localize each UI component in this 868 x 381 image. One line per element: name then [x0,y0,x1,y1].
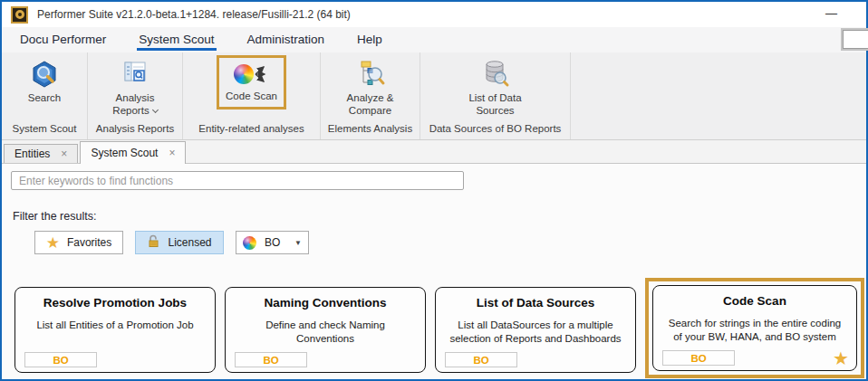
card-title: Code Scan [653,294,856,308]
minimize-icon[interactable]: — [825,6,857,24]
favorite-star-icon[interactable]: ★ [833,348,849,369]
ribbon-button-label: Code Scan [226,90,277,102]
close-icon[interactable]: × [169,147,175,159]
tab-label: Entities [14,148,50,160]
menu-item-system-scout[interactable]: System Scout [137,30,216,51]
close-icon[interactable]: × [61,148,67,160]
card-naming-conventions[interactable]: Naming Conventions Define and check Nami… [225,287,426,373]
report-magnifier-icon [120,59,150,90]
app-logo-icon [11,6,28,24]
ribbon-group-label: Entity-related analyses [183,118,320,139]
filter-results-label: Filter the results: [13,210,866,223]
scope-dropdown[interactable]: BO ▼ [236,231,309,254]
tab-entities[interactable]: Entities × [4,144,78,163]
card-description: List all Entities of a Promotion Job [27,319,203,332]
keyword-search-input[interactable] [11,171,464,190]
favorites-filter-button[interactable]: ★ Favorites [34,231,123,254]
system-scout-page: Filter the results: ★ Favorites Licensed [2,164,866,379]
card-code-scan[interactable]: Code Scan Search for strings in the enti… [652,285,857,371]
ribbon-button-label: Analysis Reports [96,91,174,118]
card-title: Resolve Promotion Jobs [15,296,215,310]
favorites-label: Favorites [67,236,111,249]
card-list-of-data-sources[interactable]: List of Data Sources List all DataSource… [435,287,636,373]
tab-system-scout[interactable]: System Scout × [80,141,186,164]
ribbon-group-data-sources: List of Data Sources Data Sources of BO … [420,52,571,139]
system-badge: BO [662,350,735,366]
ribbon-button-label: Search [28,91,61,104]
bo-sphere-icon [243,236,256,250]
ribbon-filler [571,52,866,139]
ribbon-button-label: Analyze & Compare [332,91,410,118]
card-title: List of Data Sources [436,296,635,310]
search-button[interactable]: Search [28,52,61,104]
function-cards-row: Resolve Promotion Jobs List all Entities… [2,278,866,378]
ribbon: Search System Scout [2,52,866,140]
ribbon-group-label: Elements Analysis [321,118,420,139]
card-description: Define and check Naming Conventions [237,319,413,346]
scope-dropdown-value: BO [265,236,280,249]
ribbon-group-label: Analysis Reports [88,118,182,139]
system-badge: BO [24,352,97,367]
analyze-compare-button[interactable]: Analyze & Compare [332,52,410,118]
ribbon-group-elements-analysis: Analyze & Compare Elements Analysis [321,52,420,139]
ribbon-group-label: Data Sources of BO Reports [420,118,570,139]
ribbon-button-label: List of Data Sources [457,91,535,118]
ribbon-group-analysis-reports: Analysis Reports Analysis Reports [88,52,183,139]
tree-magnifier-icon [355,59,386,90]
menu-item-administration[interactable]: Administration [246,30,327,51]
tab-label: System Scout [91,147,158,159]
document-tab-bar: Entities × System Scout × [2,140,866,164]
card-description: Search for strings in the entire coding … [665,317,844,344]
card-title: Naming Conventions [226,296,425,310]
analysis-reports-button[interactable]: Analysis Reports [96,52,174,118]
licensed-label: Licensed [168,236,211,249]
highlight-annotation: Code Scan Search for strings in the enti… [645,278,864,378]
quick-search-box[interactable] [843,30,868,49]
ribbon-group-label: System Scout [2,118,87,139]
menu-item-docu-performer[interactable]: Docu Performer [18,30,108,51]
rainbow-sphere-arrows-icon [236,61,267,88]
system-badge: BO [235,352,307,367]
database-magnifier-icon [480,59,511,90]
menu-bar: Docu Performer System Scout Administrati… [2,27,866,52]
ribbon-group-system-scout: Search System Scout [2,52,88,139]
app-window: Performer Suite v21.2.0-beta.1+1284. rel… [0,0,868,381]
chevron-down-icon [152,107,159,113]
menu-item-help[interactable]: Help [355,30,384,51]
system-badge: BO [445,352,517,367]
open-padlock-icon [147,234,160,251]
card-resolve-promotion-jobs[interactable]: Resolve Promotion Jobs List all Entities… [14,287,216,373]
window-title: Performer Suite v21.2.0-beta.1+1284. rel… [37,8,351,21]
search-hexagon-icon [29,59,60,90]
ribbon-group-entity-analyses: Code Scan Entity-related analyses [183,52,321,139]
code-scan-button[interactable]: Code Scan [217,55,286,110]
filter-row: ★ Favorites Licensed BO ▼ [34,231,866,254]
card-description: List all DataSources for a multiple sele… [448,319,623,346]
title-bar: Performer Suite v21.2.0-beta.1+1284. rel… [2,2,866,27]
chevron-down-icon: ▼ [294,239,302,247]
star-icon: ★ [46,235,60,251]
licensed-filter-button[interactable]: Licensed [135,231,224,254]
list-data-sources-button[interactable]: List of Data Sources [457,52,535,118]
